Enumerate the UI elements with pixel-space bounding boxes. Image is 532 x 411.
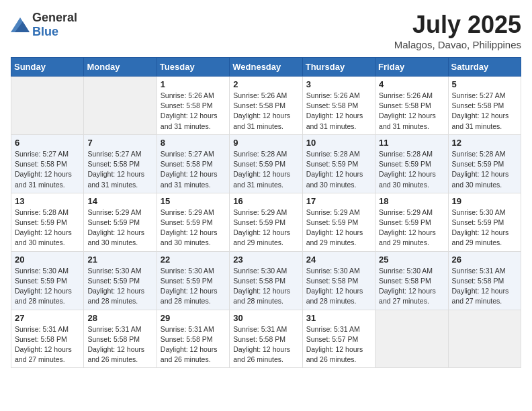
day-number: 11 [379, 138, 444, 148]
header-monday: Monday [84, 58, 157, 77]
day-number: 24 [306, 255, 371, 265]
table-row: 8Sunrise: 5:27 AMSunset: 5:58 PMDaylight… [157, 134, 229, 193]
header-tuesday: Tuesday [157, 58, 229, 77]
day-info: Sunrise: 5:30 AMSunset: 5:58 PMDaylight:… [306, 266, 371, 307]
day-info: Sunrise: 5:31 AMSunset: 5:58 PMDaylight:… [87, 324, 152, 365]
calendar-week-row: 20Sunrise: 5:30 AMSunset: 5:59 PMDayligh… [11, 251, 521, 310]
day-info: Sunrise: 5:26 AMSunset: 5:58 PMDaylight:… [161, 91, 226, 132]
day-number: 29 [161, 313, 226, 323]
day-number: 25 [379, 255, 444, 265]
day-number: 12 [452, 138, 517, 148]
table-row: 16Sunrise: 5:29 AMSunset: 5:59 PMDayligh… [230, 193, 302, 251]
day-info: Sunrise: 5:28 AMSunset: 5:59 PMDaylight:… [15, 208, 80, 248]
day-info: Sunrise: 5:29 AMSunset: 5:59 PMDaylight:… [379, 208, 444, 248]
day-info: Sunrise: 5:28 AMSunset: 5:59 PMDaylight:… [306, 149, 371, 190]
day-number: 9 [233, 138, 298, 148]
day-info: Sunrise: 5:30 AMSunset: 5:59 PMDaylight:… [452, 208, 517, 248]
table-row: 13Sunrise: 5:28 AMSunset: 5:59 PMDayligh… [11, 193, 84, 251]
day-info: Sunrise: 5:30 AMSunset: 5:59 PMDaylight:… [87, 266, 152, 307]
day-info: Sunrise: 5:29 AMSunset: 5:59 PMDaylight:… [161, 208, 226, 248]
logo-icon [11, 17, 30, 32]
day-number: 13 [15, 196, 80, 206]
table-row: 7Sunrise: 5:27 AMSunset: 5:58 PMDaylight… [84, 134, 157, 193]
day-info: Sunrise: 5:29 AMSunset: 5:59 PMDaylight:… [306, 208, 371, 248]
day-number: 3 [306, 79, 371, 89]
day-number: 7 [87, 138, 152, 148]
table-row: 2Sunrise: 5:26 AMSunset: 5:58 PMDaylight… [230, 77, 302, 135]
day-info: Sunrise: 5:27 AMSunset: 5:58 PMDaylight:… [161, 149, 226, 190]
table-row: 24Sunrise: 5:30 AMSunset: 5:58 PMDayligh… [302, 251, 375, 310]
day-info: Sunrise: 5:31 AMSunset: 5:58 PMDaylight:… [452, 266, 517, 307]
day-info: Sunrise: 5:28 AMSunset: 5:59 PMDaylight:… [233, 149, 298, 190]
table-row: 18Sunrise: 5:29 AMSunset: 5:59 PMDayligh… [375, 193, 448, 251]
day-number: 6 [15, 138, 80, 148]
day-info: Sunrise: 5:28 AMSunset: 5:59 PMDaylight:… [452, 149, 517, 190]
logo-general: General [32, 11, 77, 24]
day-info: Sunrise: 5:27 AMSunset: 5:58 PMDaylight:… [452, 91, 517, 132]
day-info: Sunrise: 5:31 AMSunset: 5:58 PMDaylight:… [161, 324, 226, 365]
calendar-table: Sunday Monday Tuesday Wednesday Thursday… [11, 57, 521, 368]
day-info: Sunrise: 5:27 AMSunset: 5:58 PMDaylight:… [87, 149, 152, 190]
table-row: 1Sunrise: 5:26 AMSunset: 5:58 PMDaylight… [157, 77, 229, 135]
day-number: 4 [379, 79, 444, 89]
table-row: 27Sunrise: 5:31 AMSunset: 5:58 PMDayligh… [11, 310, 84, 368]
table-row: 19Sunrise: 5:30 AMSunset: 5:59 PMDayligh… [448, 193, 521, 251]
header-sunday: Sunday [11, 58, 84, 77]
calendar-week-row: 27Sunrise: 5:31 AMSunset: 5:58 PMDayligh… [11, 310, 521, 368]
day-number: 8 [161, 138, 226, 148]
day-info: Sunrise: 5:26 AMSunset: 5:58 PMDaylight:… [306, 91, 371, 132]
calendar-header-row: Sunday Monday Tuesday Wednesday Thursday… [11, 58, 521, 77]
table-row: 6Sunrise: 5:27 AMSunset: 5:58 PMDaylight… [11, 134, 84, 193]
header-friday: Friday [375, 58, 448, 77]
table-row [84, 77, 157, 135]
table-row: 17Sunrise: 5:29 AMSunset: 5:59 PMDayligh… [302, 193, 375, 251]
table-row: 3Sunrise: 5:26 AMSunset: 5:58 PMDaylight… [302, 77, 375, 135]
day-info: Sunrise: 5:26 AMSunset: 5:58 PMDaylight:… [379, 91, 444, 132]
table-row: 30Sunrise: 5:31 AMSunset: 5:58 PMDayligh… [230, 310, 302, 368]
table-row: 23Sunrise: 5:30 AMSunset: 5:58 PMDayligh… [230, 251, 302, 310]
day-number: 10 [306, 138, 371, 148]
month-year-title: July 2025 [394, 11, 521, 39]
table-row: 29Sunrise: 5:31 AMSunset: 5:58 PMDayligh… [157, 310, 229, 368]
day-number: 22 [161, 255, 226, 265]
table-row: 10Sunrise: 5:28 AMSunset: 5:59 PMDayligh… [302, 134, 375, 193]
table-row: 9Sunrise: 5:28 AMSunset: 5:59 PMDaylight… [230, 134, 302, 193]
logo-text: General Blue [32, 11, 77, 39]
day-number: 23 [233, 255, 298, 265]
logo-blue: Blue [32, 25, 58, 38]
day-number: 19 [452, 196, 517, 206]
title-block: July 2025 Malagos, Davao, Philippines [394, 11, 521, 50]
day-number: 2 [233, 79, 298, 89]
day-number: 28 [87, 313, 152, 323]
table-row: 20Sunrise: 5:30 AMSunset: 5:59 PMDayligh… [11, 251, 84, 310]
day-info: Sunrise: 5:31 AMSunset: 5:58 PMDaylight:… [15, 324, 80, 365]
table-row: 31Sunrise: 5:31 AMSunset: 5:57 PMDayligh… [302, 310, 375, 368]
day-number: 21 [87, 255, 152, 265]
calendar-week-row: 6Sunrise: 5:27 AMSunset: 5:58 PMDaylight… [11, 134, 521, 193]
day-number: 5 [452, 79, 517, 89]
table-row: 25Sunrise: 5:30 AMSunset: 5:58 PMDayligh… [375, 251, 448, 310]
table-row: 28Sunrise: 5:31 AMSunset: 5:58 PMDayligh… [84, 310, 157, 368]
day-info: Sunrise: 5:29 AMSunset: 5:59 PMDaylight:… [233, 208, 298, 248]
table-row: 4Sunrise: 5:26 AMSunset: 5:58 PMDaylight… [375, 77, 448, 135]
table-row [11, 77, 84, 135]
day-number: 26 [452, 255, 517, 265]
day-info: Sunrise: 5:30 AMSunset: 5:59 PMDaylight:… [161, 266, 226, 307]
day-number: 14 [87, 196, 152, 206]
table-row: 22Sunrise: 5:30 AMSunset: 5:59 PMDayligh… [157, 251, 229, 310]
location-title: Malagos, Davao, Philippines [394, 39, 521, 50]
calendar-week-row: 13Sunrise: 5:28 AMSunset: 5:59 PMDayligh… [11, 193, 521, 251]
day-number: 27 [15, 313, 80, 323]
header-thursday: Thursday [302, 58, 375, 77]
header-saturday: Saturday [448, 58, 521, 77]
page-header: General Blue July 2025 Malagos, Davao, P… [11, 11, 521, 50]
day-number: 17 [306, 196, 371, 206]
table-row: 11Sunrise: 5:28 AMSunset: 5:59 PMDayligh… [375, 134, 448, 193]
header-wednesday: Wednesday [230, 58, 302, 77]
day-info: Sunrise: 5:30 AMSunset: 5:58 PMDaylight:… [379, 266, 444, 307]
day-number: 30 [233, 313, 298, 323]
table-row [448, 310, 521, 368]
table-row: 5Sunrise: 5:27 AMSunset: 5:58 PMDaylight… [448, 77, 521, 135]
day-number: 31 [306, 313, 371, 323]
day-number: 15 [161, 196, 226, 206]
